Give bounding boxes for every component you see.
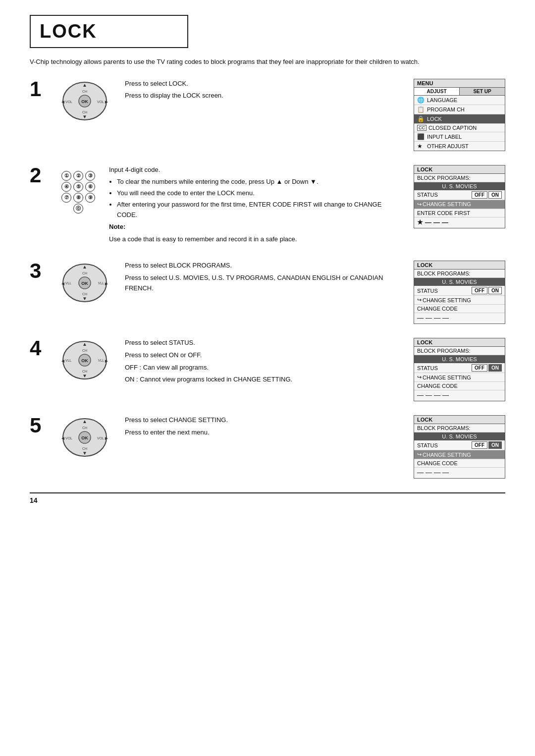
status-buttons-4: OFF ON	[472, 364, 502, 372]
svg-text:◄: ◄	[60, 358, 65, 364]
dash-3-0: —	[417, 314, 424, 322]
svg-text:CH: CH	[82, 292, 87, 296]
lock-panel-3-status-row: STATUS OFF ON	[414, 286, 505, 296]
step-2-bullet-1: To clear the numbers while entering the …	[117, 177, 400, 187]
remote-3-icon: ▲ ▼ ◄ VLL ► VLL OK CH CH	[60, 261, 109, 305]
menu-row-cc-label: CLOSED CAPTION	[428, 125, 477, 131]
tab-adjust: ADJUST	[414, 88, 460, 95]
numpad-1: ①	[61, 171, 71, 181]
step-1-instruction-2: Press to display the LOCK screen.	[125, 91, 400, 101]
lock-panel-1-highlight: U. S. MOVIES	[414, 182, 505, 190]
lock-panel-1-change-setting: ↪ CHANGE SETTING	[414, 200, 505, 209]
menu-row-input-label: ⬛ INPUT LABEL	[414, 132, 505, 142]
dash-5-0: —	[417, 469, 424, 476]
step-5-number: 5	[30, 415, 49, 436]
change-setting-label-5: CHANGE SETTING	[423, 452, 471, 458]
svg-text:▲: ▲	[82, 82, 87, 88]
step-5-instruction-2: Press to enter the next menu.	[125, 428, 400, 438]
svg-text:►: ►	[104, 358, 109, 364]
lock-panel-5-title: LOCK	[414, 416, 505, 424]
lock-panel-1-code-dots: ★ — — —	[414, 217, 505, 228]
step-4-diagram: ▲ ▼ ◄ VLL ► VLL OK CH CH	[57, 338, 112, 382]
step-1: 1 ▲ ▼ ◄ VOL ► VOL OK CH CH Press to sele…	[30, 79, 505, 151]
numpad-5: ⑤	[73, 182, 83, 192]
svg-text:OK: OK	[81, 99, 88, 104]
status-off-3: OFF	[472, 287, 487, 294]
step-5-panel: LOCK BLOCK PROGRAMS: U. S. MOVIES STATUS…	[414, 415, 505, 479]
svg-text:CH: CH	[82, 426, 87, 430]
step-2-diagram-area: ① ② ③ ④ ⑤ ⑥ ⑦ ⑧ ⑨ ⓪	[57, 165, 96, 214]
language-icon: 🌐	[417, 97, 425, 104]
lock-panel-4-change-setting: ↪ CHANGE SETTING	[414, 373, 505, 382]
step-3-panel: LOCK BLOCK PROGRAMS: U. S. MOVIES STATUS…	[414, 261, 505, 324]
svg-text:▲: ▲	[82, 341, 87, 347]
lock-panel-3-change-setting: ↪ CHANGE SETTING	[414, 296, 505, 305]
step-4-instruction-2: Press to select ON or OFF.	[125, 350, 400, 361]
lock-panel-1: LOCK BLOCK PROGRAMS: U. S. MOVIES STATUS…	[414, 165, 505, 228]
step-3-instruction-2: Press to select U.S. MOVIES, U.S. TV PRO…	[125, 273, 400, 294]
svg-text:▼: ▼	[82, 114, 87, 119]
lock-panel-5-highlight: U. S. MOVIES	[414, 432, 505, 440]
svg-text:VLL: VLL	[98, 281, 105, 285]
page-footer: 14	[30, 492, 505, 504]
menu-row-language-label: LANGUAGE	[427, 97, 457, 103]
dash-3-3: —	[442, 314, 449, 322]
step-2: 2 ① ② ③ ④ ⑤ ⑥ ⑦ ⑧ ⑨ ⓪ Input 4-digit code…	[30, 165, 505, 247]
svg-text:OK: OK	[81, 281, 88, 286]
step-3: 3 ▲ ▼ ◄ VLL ► VLL OK CH CH Press to sele…	[30, 261, 505, 324]
lock-panel-3-block: BLOCK PROGRAMS:	[414, 270, 505, 278]
change-setting-arrow-1: ↪	[417, 201, 422, 208]
svg-text:VOL: VOL	[97, 100, 104, 104]
page-container: LOCK V-Chip technology allows parents to…	[20, 0, 515, 519]
svg-text:CH: CH	[82, 110, 87, 114]
status-off-5: OFF	[472, 441, 487, 449]
code-char-1: —	[425, 218, 431, 226]
step-2-text: Input 4-digit code. To clear the numbers…	[105, 165, 400, 247]
step-5-diagram: ▲ ▼ ◄ VOL ► VOL OK CH CH	[57, 415, 112, 460]
remote-1-icon: ▲ ▼ ◄ VOL ► VOL OK CH CH	[60, 79, 109, 123]
status-off-1: OFF	[472, 191, 487, 199]
dash-5-2: —	[434, 469, 440, 476]
lock-panel-4-block: BLOCK PROGRAMS:	[414, 347, 505, 355]
step-1-instruction-1: Press to select LOCK.	[125, 79, 400, 89]
status-off-4: OFF	[472, 364, 487, 372]
step-4-instruction-1: Press to select STATUS.	[125, 338, 400, 348]
change-setting-arrow-4: ↪	[417, 374, 422, 380]
lock-panel-1-status-label: STATUS	[417, 192, 438, 198]
svg-text:CH: CH	[82, 370, 87, 373]
change-setting-label-3: CHANGE SETTING	[423, 297, 471, 303]
lock-panel-3-dashes: — — — —	[414, 313, 505, 324]
step-2-number: 2	[30, 165, 49, 186]
lock-icon: 🔒	[417, 115, 425, 122]
menu-row-other: ★ OTHER ADJUST	[414, 142, 505, 151]
lock-panel-5-change-setting: ↪ CHANGE SETTING	[414, 450, 505, 459]
lock-panel-1-enter-code: ENTER CODE FIRST	[414, 209, 505, 217]
numpad-2: ②	[73, 171, 83, 181]
remote-5-icon: ▲ ▼ ◄ VOL ► VOL OK CH CH	[60, 415, 109, 460]
change-setting-arrow-5: ↪	[417, 451, 422, 458]
status-on-5: ON	[488, 441, 502, 449]
step-3-text: Press to select BLOCK PROGRAMS. Press to…	[121, 261, 400, 295]
menu-row-program-ch: 📋 PROGRAM CH	[414, 105, 505, 114]
step-4-instruction-3: OFF : Can view all programs.	[125, 363, 400, 373]
step-5-instruction-1: Press to select CHANGE SETTING.	[125, 415, 400, 426]
step-4-number: 4	[30, 338, 49, 359]
svg-text:VOL: VOL	[65, 436, 72, 440]
code-char-2: —	[433, 218, 440, 226]
numpad-0: ⓪	[73, 204, 83, 214]
step-1-text: Press to select LOCK. Press to display t…	[121, 79, 400, 104]
cc-icon: CC	[417, 125, 427, 131]
svg-text:VLL: VLL	[65, 359, 72, 362]
step-3-diagram: ▲ ▼ ◄ VLL ► VLL OK CH CH	[57, 261, 112, 305]
lock-panel-4-highlight: U. S. MOVIES	[414, 355, 505, 363]
menu-row-input-label-label: INPUT LABEL	[427, 134, 462, 140]
code-char-0: ★	[417, 218, 423, 226]
code-char-3: —	[442, 218, 448, 226]
numpad-3: ③	[85, 171, 95, 181]
lock-panel-1-block: BLOCK PROGRAMS:	[414, 174, 505, 182]
lock-panel-4-status-row: STATUS OFF ON	[414, 363, 505, 373]
change-setting-label-4: CHANGE SETTING	[423, 375, 471, 380]
lock-panel-4-dashes: — — — —	[414, 390, 505, 401]
lock-panel-5: LOCK BLOCK PROGRAMS: U. S. MOVIES STATUS…	[414, 415, 505, 479]
menu-panel-1: MENU ADJUST SET UP 🌐 LANGUAGE 📋 PROGRAM …	[414, 79, 505, 151]
